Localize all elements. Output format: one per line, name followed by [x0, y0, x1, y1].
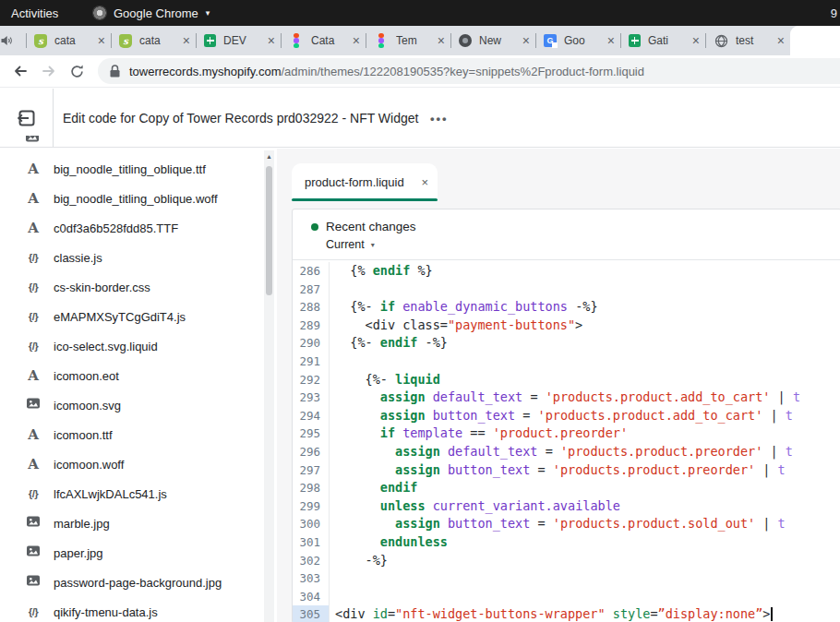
sidebar-scrollbar[interactable]: ▲	[264, 150, 274, 622]
file-item[interactable]: password-page-background.jpg	[0, 568, 277, 597]
file-item[interactable]: paper.jpg	[0, 538, 277, 568]
browser-tab[interactable]: GGoo×	[535, 26, 620, 55]
browser-tab[interactable]: Cata×	[281, 26, 366, 55]
code-text[interactable]: assign button_text = 'products.product.a…	[330, 407, 793, 425]
scrollbar-thumb[interactable]	[266, 166, 272, 295]
tab-close-icon[interactable]: ×	[692, 34, 700, 47]
code-text[interactable]	[330, 281, 335, 299]
browser-tab[interactable]: test×	[705, 26, 790, 55]
code-line[interactable]: 300 assign button_text = 'products.produ…	[293, 515, 840, 533]
tab-close-icon[interactable]: ×	[98, 34, 105, 47]
version-dropdown[interactable]: Current ▾	[326, 238, 840, 251]
code-line[interactable]: 290 {%- endif -%}	[293, 334, 840, 353]
code-line[interactable]: 301 endunless	[293, 533, 840, 552]
code-text[interactable]: {%- liquid	[330, 371, 440, 389]
code-line[interactable]: 298 endif	[293, 479, 840, 497]
app-menu[interactable]: Google Chrome ▾	[92, 6, 210, 20]
file-item[interactable]: Abig_noodle_titling_oblique.woff	[0, 184, 277, 213]
code-line[interactable]: 296 assign default_text = 'products.prod…	[293, 443, 840, 461]
code-text[interactable]: <div id="nft-widget-buttons-wrapper" sty…	[330, 605, 773, 622]
activities-button[interactable]: Activities	[11, 6, 58, 20]
code-text[interactable]: assign default_text = 'products.product.…	[330, 443, 793, 461]
code-text[interactable]	[330, 353, 335, 371]
browser-tab[interactable]: New×	[450, 26, 535, 55]
code-text[interactable]: -%}	[330, 552, 388, 570]
file-item[interactable]: Abig_noodle_titling_oblique.ttf	[0, 154, 277, 184]
file-item[interactable]: {/}lfcAXLwjkDALc541.js	[0, 479, 277, 508]
code-text[interactable]: unless current_variant.available	[330, 497, 620, 516]
browser-tab[interactable]: Tem×	[366, 26, 450, 55]
browser-tab[interactable]: DEV×	[196, 26, 281, 55]
line-number: 304	[293, 588, 330, 606]
more-actions-button[interactable]: •••	[430, 111, 449, 125]
code-area[interactable]: 286 {% endif %}287288 {%- if enable_dyna…	[293, 262, 840, 622]
version-label: Current	[326, 238, 365, 251]
file-item[interactable]: marble.jpg	[0, 508, 277, 538]
shopify-admin-page: Edit code for Copy of Tower Records prd0…	[0, 89, 840, 622]
code-line[interactable]: 299 unless current_variant.available	[293, 497, 840, 516]
address-bar[interactable]: towerrecords.myshopify.com/admin/themes/…	[98, 58, 840, 84]
code-line[interactable]: 304	[293, 588, 840, 606]
line-number: 305	[293, 605, 330, 622]
code-line[interactable]: 303	[293, 569, 840, 588]
tab-close-icon[interactable]: ×	[522, 34, 530, 47]
code-text[interactable]: <div class="payment-buttons">	[330, 317, 582, 335]
code-line[interactable]: 293 assign default_text = 'products.prod…	[293, 389, 840, 407]
file-name: marble.jpg	[54, 517, 110, 531]
code-text[interactable]: {%- endif -%}	[330, 334, 448, 353]
file-item[interactable]: Ac0df3a6b528fdd85.TTF	[0, 213, 277, 243]
browser-tab[interactable]: scata×	[26, 26, 111, 55]
code-line[interactable]: 286 {% endif %}	[293, 262, 840, 281]
code-text[interactable]: if template == 'product.preorder'	[330, 425, 628, 443]
code-line[interactable]: 295 if template == 'product.preorder'	[293, 425, 840, 443]
forward-button[interactable]	[41, 63, 57, 79]
close-icon[interactable]: ×	[421, 175, 428, 189]
open-file-tab[interactable]: product-form.liquid ×	[292, 163, 438, 201]
code-text[interactable]	[330, 588, 335, 606]
code-text[interactable]: endunless	[330, 533, 448, 552]
tab-close-icon[interactable]: ×	[353, 34, 360, 47]
reload-button[interactable]	[69, 64, 85, 79]
code-text[interactable]: assign default_text = 'products.product.…	[330, 389, 800, 407]
code-line[interactable]: 297 assign button_text = 'products.produ…	[293, 461, 840, 480]
code-line[interactable]: 289 <div class="payment-buttons">	[293, 317, 840, 335]
file-item[interactable]: {/}cs-skin-border.css	[0, 272, 277, 302]
line-number: 288	[293, 298, 330, 317]
code-text[interactable]: assign button_text = 'products.product.p…	[330, 461, 786, 480]
file-item[interactable]: Aicomoon.eot	[0, 361, 277, 390]
code-line[interactable]: 288 {%- if enable_dynamic_buttons -%}	[293, 298, 840, 317]
code-line[interactable]: 292 {%- liquid	[293, 371, 840, 389]
browser-tab[interactable]: Gati×	[620, 26, 705, 55]
tab-close-icon[interactable]: ×	[438, 34, 445, 47]
tab-close-icon[interactable]: ×	[183, 34, 190, 47]
file-item[interactable]: Aicomoon.woff	[0, 449, 277, 479]
file-item[interactable]: {/}ico-select.svg.liquid	[0, 331, 277, 361]
code-text[interactable]: endif	[330, 479, 417, 497]
back-button[interactable]	[12, 63, 29, 79]
code-line[interactable]: 305<div id="nft-widget-buttons-wrapper" …	[293, 605, 840, 622]
code-line[interactable]: 302 -%}	[293, 552, 840, 570]
file-item[interactable]: {/}qikify-tmenu-data.js	[0, 597, 277, 622]
browser-tab[interactable]: scata×	[111, 26, 196, 55]
file-item[interactable]: {/}eMAPMXSyTCgGdiT4.js	[0, 302, 277, 331]
tab-close-icon[interactable]: ×	[607, 34, 615, 47]
file-item[interactable]: {/}classie.js	[0, 243, 277, 272]
dark-favicon-icon	[459, 34, 472, 47]
file-item[interactable]: icomoon.svg	[0, 390, 277, 420]
code-text[interactable]: {%- if enable_dynamic_buttons -%}	[330, 298, 598, 317]
exit-code-editor-button[interactable]	[15, 106, 39, 130]
code-line[interactable]: 291	[293, 353, 840, 371]
scroll-up-arrow-icon[interactable]: ▲	[264, 153, 274, 160]
code-text[interactable]	[330, 569, 335, 588]
tab-close-icon[interactable]: ×	[268, 34, 275, 47]
browser-tab[interactable]	[790, 26, 840, 55]
tab-close-icon[interactable]: ×	[777, 34, 785, 47]
code-line[interactable]: 294 assign button_text = 'products.produ…	[293, 407, 840, 425]
code-text[interactable]: {% endif %}	[330, 262, 433, 281]
font-file-icon: A	[28, 221, 39, 235]
code-text[interactable]: assign button_text = 'products.product.s…	[330, 515, 786, 533]
audio-indicator[interactable]	[0, 26, 26, 55]
code-line[interactable]: 287	[293, 281, 840, 299]
lock-icon[interactable]	[110, 65, 120, 78]
file-item[interactable]: Aicomoon.ttf	[0, 420, 277, 449]
